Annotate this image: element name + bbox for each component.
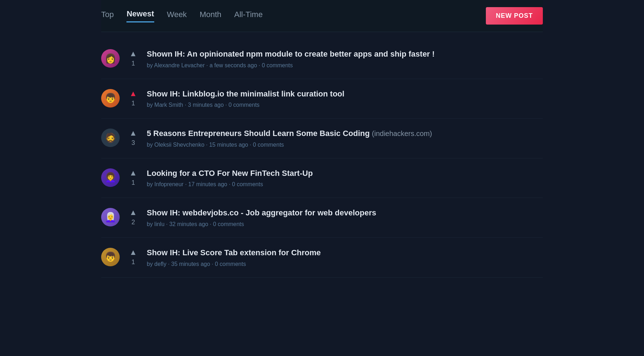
upvote-icon[interactable]: ▲: [129, 49, 137, 58]
new-post-button[interactable]: NEW POST: [486, 7, 543, 25]
post-content: 5 Reasons Entrepreneurs Should Learn Som…: [147, 129, 543, 148]
vote-count: 2: [131, 219, 135, 226]
avatar: 🧔: [101, 129, 120, 147]
post-content: Show IH: Live Score Tab extension for Ch…: [147, 248, 543, 267]
post-comments: 0 comments: [213, 221, 244, 227]
post-content: Looking for a CTO For New FinTech Start-…: [147, 168, 543, 188]
post-title[interactable]: Shown IH: An opinionated npm module to c…: [147, 49, 543, 59]
post-separator-2: ·: [229, 181, 232, 187]
post-title[interactable]: Show IH: Linkblog.io the minimalist link…: [147, 89, 543, 99]
vote-count: 1: [131, 100, 135, 107]
vote-section: ▲ 1: [127, 49, 140, 67]
post-comments: 0 comments: [232, 181, 263, 187]
post-meta: by Oleksii Shevchenko · 15 minutes ago ·…: [147, 142, 543, 148]
post-item: 👩‍🦳 ▲ 2 Show IH: webdevjobs.co - Job agg…: [101, 198, 543, 238]
post-time: 32 minutes ago: [169, 221, 208, 227]
upvote-icon[interactable]: ▲: [129, 208, 137, 217]
upvote-icon[interactable]: ▲: [129, 168, 137, 178]
avatar: 👦: [101, 89, 120, 108]
vote-section: ▲ 2: [127, 208, 140, 226]
post-meta: by Infopreneur · 17 minutes ago · 0 comm…: [147, 181, 543, 188]
post-meta: by linlu · 32 minutes ago · 0 comments: [147, 221, 543, 227]
tab-month[interactable]: Month: [199, 10, 221, 22]
post-author: by linlu: [147, 221, 165, 227]
post-separator-2: ·: [250, 142, 253, 148]
avatar: 👩‍🦳: [101, 208, 120, 226]
tab-newest[interactable]: Newest: [126, 9, 154, 22]
post-separator-2: ·: [212, 261, 215, 267]
post-comments: 0 comments: [253, 142, 284, 148]
post-item: 👩 ▲ 1 Shown IH: An opinionated npm modul…: [101, 39, 543, 79]
post-item: 🧔 ▲ 3 5 Reasons Entrepreneurs Should Lea…: [101, 119, 543, 158]
post-comments: 0 comments: [262, 62, 293, 68]
avatar: 👩: [101, 49, 120, 68]
post-title[interactable]: Show IH: Live Score Tab extension for Ch…: [147, 248, 543, 258]
upvote-icon[interactable]: ▲: [129, 248, 137, 257]
tab-week[interactable]: Week: [167, 10, 187, 22]
post-separator-1: ·: [185, 181, 188, 187]
post-item: 👦 ▲ 1 Show IH: Live Score Tab extension …: [101, 238, 543, 278]
post-meta: by Mark Smith · 3 minutes ago · 0 commen…: [147, 102, 543, 108]
post-title[interactable]: 5 Reasons Entrepreneurs Should Learn Som…: [147, 129, 543, 139]
vote-section: ▲ 1: [127, 248, 140, 266]
post-time: 17 minutes ago: [188, 181, 227, 187]
vote-count: 1: [131, 60, 135, 67]
post-item: 👦 ▲ 1 Show IH: Linkblog.io the minimalis…: [101, 79, 543, 119]
post-title[interactable]: Looking for a CTO For New FinTech Start-…: [147, 168, 543, 179]
post-time: 3 minutes ago: [188, 102, 224, 108]
post-domain: (indiehackers.com): [372, 130, 432, 137]
post-comments: 0 comments: [228, 102, 259, 108]
vote-section: ▲ 1: [127, 89, 140, 107]
nav-tabs: Top Newest Week Month All-Time: [101, 9, 263, 22]
avatar: 👩‍🦱: [101, 168, 120, 187]
post-item: 👩‍🦱 ▲ 1 Looking for a CTO For New FinTec…: [101, 158, 543, 198]
post-separator-1: ·: [185, 102, 188, 108]
vote-section: ▲ 1: [127, 168, 140, 187]
nav-bar: Top Newest Week Month All-Time NEW POST: [101, 0, 543, 32]
post-time: a few seconds ago: [209, 62, 257, 68]
post-content: Shown IH: An opinionated npm module to c…: [147, 49, 543, 69]
post-meta: by Alexandre Levacher · a few seconds ag…: [147, 62, 543, 69]
post-separator-1: ·: [206, 142, 209, 148]
post-author: by Alexandre Levacher: [147, 62, 205, 68]
post-separator-2: ·: [210, 221, 213, 227]
post-content: Show IH: Linkblog.io the minimalist link…: [147, 89, 543, 109]
post-comments: 0 comments: [215, 261, 246, 267]
post-time: 15 minutes ago: [209, 142, 248, 148]
tab-top[interactable]: Top: [101, 10, 114, 22]
post-meta: by defly · 35 minutes ago · 0 comments: [147, 261, 543, 267]
post-content: Show IH: webdevjobs.co - Job aggregator …: [147, 208, 543, 227]
post-title[interactable]: Show IH: webdevjobs.co - Job aggregator …: [147, 208, 543, 218]
upvote-icon[interactable]: ▲: [129, 89, 137, 98]
post-separator-1: ·: [206, 62, 209, 68]
post-author: by defly: [147, 261, 166, 267]
posts-list: 👩 ▲ 1 Shown IH: An opinionated npm modul…: [101, 32, 543, 285]
post-author: by Infopreneur: [147, 181, 183, 187]
post-author: by Oleksii Shevchenko: [147, 142, 204, 148]
vote-count: 1: [131, 179, 135, 187]
tab-alltime[interactable]: All-Time: [234, 10, 263, 22]
post-separator-1: ·: [166, 221, 169, 227]
post-separator-2: ·: [259, 62, 262, 68]
vote-count: 1: [131, 258, 135, 266]
post-author: by Mark Smith: [147, 102, 183, 108]
vote-section: ▲ 3: [127, 129, 140, 147]
vote-count: 3: [131, 139, 135, 147]
upvote-icon[interactable]: ▲: [129, 129, 137, 138]
post-time: 35 minutes ago: [171, 261, 210, 267]
avatar: 👦: [101, 248, 120, 266]
